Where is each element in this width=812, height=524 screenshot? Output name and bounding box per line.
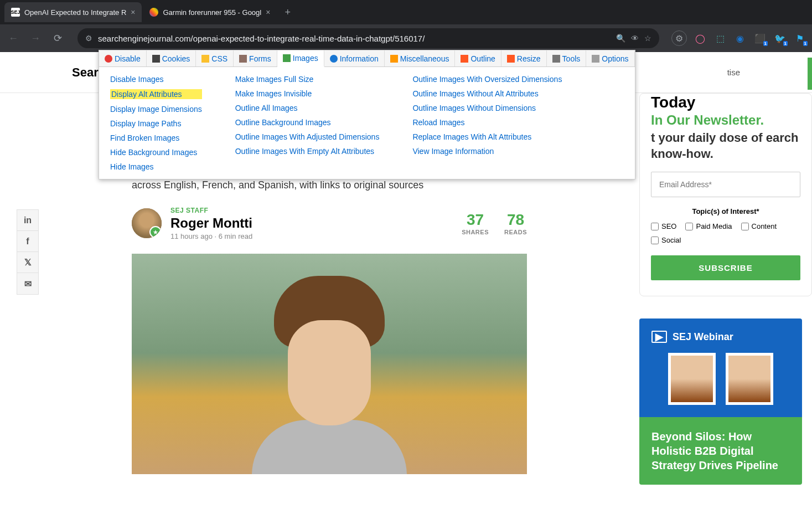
article-byline: ★ SEJ STAFF Roger Montti 11 hours ago · … <box>132 207 527 240</box>
extension-icon-code[interactable]: ⬛1 <box>753 32 767 45</box>
extension-icon-circle[interactable]: ◯ <box>694 32 707 45</box>
cookies-icon <box>152 55 160 63</box>
incognito-blocked-icon[interactable]: 👁 <box>631 34 639 43</box>
tab-title: OpenAI Expected to Integrate R <box>24 8 126 17</box>
address-bar[interactable]: ⚙ searchenginejournal.com/openai-expecte… <box>77 28 659 48</box>
webdev-tab-tools[interactable]: Tools <box>547 50 587 66</box>
author-avatar[interactable]: ★ <box>132 208 162 238</box>
presenter-photo <box>668 353 716 405</box>
article-main: across English, French, and Spanish, wit… <box>132 177 527 474</box>
wd-outline-images-oversized[interactable]: Outline Images With Oversized Dimensions <box>412 75 562 84</box>
webdev-tab-images[interactable]: Images <box>277 50 324 67</box>
share-facebook[interactable]: f <box>17 231 38 252</box>
back-button[interactable]: ← <box>6 33 21 44</box>
css-icon <box>201 55 209 63</box>
miscellaneous-icon <box>390 55 398 63</box>
share-linkedin[interactable]: in <box>17 210 38 231</box>
extension-icon-flag[interactable]: ⚑1 <box>793 32 806 45</box>
wd-replace-images-alt[interactable]: Replace Images With Alt Attributes <box>412 132 562 141</box>
shares-count: 37 <box>462 211 489 229</box>
reload-button[interactable]: ⟳ <box>50 32 65 44</box>
email-field[interactable] <box>651 172 800 197</box>
newsletter-subtitle: t your daily dose of earch know-how. <box>651 130 800 162</box>
wd-find-broken-images[interactable]: Find Broken Images <box>110 133 202 142</box>
wd-hide-background-images[interactable]: Hide Background Images <box>110 148 202 157</box>
check-seo[interactable]: SEO <box>651 222 676 230</box>
webdev-tab-options[interactable]: Options <box>586 50 634 66</box>
favicon-sej: SEJ <box>11 8 20 17</box>
subscribe-button[interactable]: SUBSCRIBE <box>651 255 800 280</box>
wd-outline-background-images[interactable]: Outline Background Images <box>235 118 380 127</box>
share-email[interactable]: ✉ <box>17 273 38 294</box>
wd-outline-images-no-alt[interactable]: Outline Images Without Alt Attributes <box>412 89 562 98</box>
forward-button[interactable]: → <box>28 33 43 44</box>
bookmark-icon[interactable]: ☆ <box>644 34 651 43</box>
author-name[interactable]: Roger Montti <box>170 215 453 231</box>
check-paid-media[interactable]: Paid Media <box>685 222 732 230</box>
webinar-presenters <box>651 353 790 405</box>
newsletter-title: In Our Newsletter. <box>651 112 800 128</box>
nav-advertise[interactable]: tise <box>727 68 740 77</box>
share-x[interactable]: 𝕏 <box>17 252 38 273</box>
webinar-card[interactable]: ▶ SEJ Webinar Beyond Silos: How Holistic… <box>639 318 802 485</box>
wd-outline-images-no-dimensions[interactable]: Outline Images Without Dimensions <box>412 104 562 112</box>
wd-disable-images[interactable]: Disable Images <box>110 75 202 84</box>
webdev-tab-miscellaneous[interactable]: Miscellaneous <box>385 50 456 66</box>
extension-icon-shield[interactable]: ◉ <box>733 32 747 45</box>
menu-button-edge[interactable] <box>808 58 812 90</box>
webdev-tab-resize[interactable]: Resize <box>501 50 547 66</box>
images-icon <box>283 54 291 62</box>
extension-icon-n[interactable]: ⬚ <box>713 32 727 45</box>
shares-label: SHARES <box>462 229 489 235</box>
wd-display-image-dimensions[interactable]: Display Image Dimensions <box>110 105 202 114</box>
site-logo[interactable]: Sear <box>72 65 99 80</box>
wd-make-images-full-size[interactable]: Make Images Full Size <box>235 75 380 84</box>
webdev-tab-disable[interactable]: Disable <box>99 50 147 66</box>
wd-display-image-paths[interactable]: Display Image Paths <box>110 119 202 128</box>
play-icon: ▶ <box>651 331 667 343</box>
wd-display-alt-attributes[interactable]: Display Alt Attributes <box>110 89 202 99</box>
site-info-icon[interactable]: ⚙ <box>85 34 92 43</box>
webdev-extension-icon[interactable]: ⚙ <box>671 30 687 46</box>
staff-label: SEJ STAFF <box>170 207 453 214</box>
wd-make-images-invisible[interactable]: Make Images Invisible <box>235 89 380 98</box>
close-icon[interactable]: × <box>266 8 270 17</box>
sidebar-right: Today In Our Newsletter. t your daily do… <box>629 93 812 485</box>
verified-badge-icon: ★ <box>149 226 162 238</box>
webdev-toolbar: Disable Cookies CSS Forms Images Informa… <box>99 50 635 179</box>
zoom-icon[interactable]: 🔍 <box>616 34 625 43</box>
browser-tab-strip: SEJ OpenAI Expected to Integrate R × Gar… <box>0 0 812 24</box>
presenter-photo <box>726 353 773 405</box>
webdev-tab-css[interactable]: CSS <box>196 50 234 66</box>
hero-person <box>252 276 407 474</box>
wd-outline-images-adjusted[interactable]: Outline Images With Adjusted Dimensions <box>235 132 380 141</box>
webdev-tab-forms[interactable]: Forms <box>234 50 277 66</box>
reads-count: 78 <box>504 211 527 229</box>
new-tab-button[interactable]: + <box>278 7 297 18</box>
webdev-dropdown-images: Disable Images Display Alt Attributes Di… <box>99 67 635 179</box>
wd-view-image-information[interactable]: View Image Information <box>412 147 562 156</box>
wd-reload-images[interactable]: Reload Images <box>412 118 562 127</box>
browser-tab-inactive[interactable]: Garmin forerunner 955 - Googl × <box>143 2 277 22</box>
check-social[interactable]: Social <box>651 236 681 244</box>
reads-label: READS <box>504 229 527 235</box>
browser-tab-active[interactable]: SEJ OpenAI Expected to Integrate R × <box>4 2 142 22</box>
check-content[interactable]: Content <box>741 222 777 230</box>
topics-label: Topic(s) of Interest* <box>651 207 800 215</box>
webinar-body: Beyond Silos: How Holistic B2B Digital S… <box>639 417 802 485</box>
stat-shares: 37 SHARES <box>462 211 489 235</box>
webdev-tab-cookies[interactable]: Cookies <box>147 50 196 66</box>
wd-outline-all-images[interactable]: Outline All Images <box>235 104 380 112</box>
wd-outline-images-empty-alt[interactable]: Outline Images With Empty Alt Attributes <box>235 147 380 156</box>
extension-icon-bird[interactable]: 🐦1 <box>773 32 787 45</box>
resize-icon <box>507 55 515 63</box>
information-icon <box>330 55 338 63</box>
close-icon[interactable]: × <box>131 8 135 17</box>
article-hero-image <box>132 254 527 474</box>
webdev-tab-information[interactable]: Information <box>324 50 385 66</box>
disable-icon <box>105 55 112 63</box>
webdev-tab-outline[interactable]: Outline <box>455 50 501 66</box>
tools-icon <box>552 55 560 63</box>
favicon-google <box>149 8 158 17</box>
wd-hide-images[interactable]: Hide Images <box>110 162 202 171</box>
